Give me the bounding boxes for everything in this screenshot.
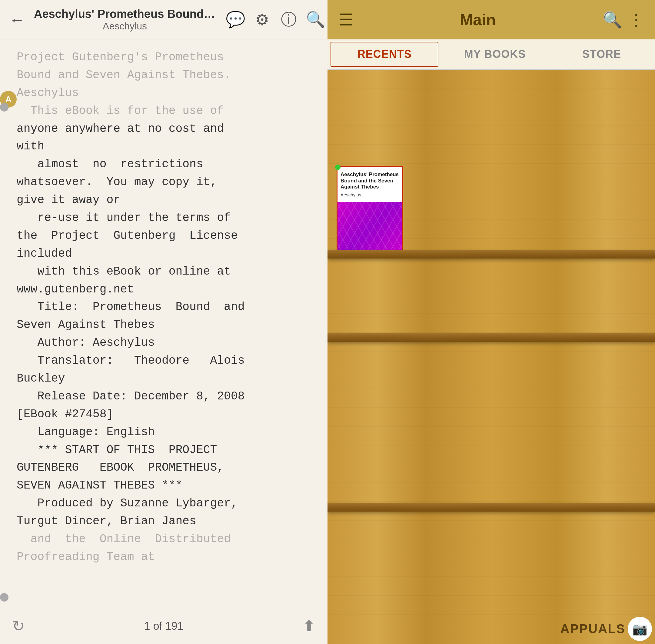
refresh-button[interactable]: ↻ — [12, 617, 25, 635]
shelf-area: Aeschylus' Prometheus Bound and the Seve… — [327, 70, 655, 644]
hamburger-menu[interactable]: ☰ — [338, 10, 353, 29]
shelf-panel: ☰ Main 🔍 ⋮ RECENTS MY BOOKS STORE Aeschy… — [327, 0, 655, 644]
book-cover-author: Aeschylus — [341, 192, 399, 197]
shelf-tabs: RECENTS MY BOOKS STORE — [327, 39, 655, 70]
book-item[interactable]: Aeschylus' Prometheus Bound and the Seve… — [336, 166, 403, 255]
search-button[interactable]: 🔍 — [603, 10, 622, 29]
more-options-button[interactable]: ⋮ — [628, 10, 644, 29]
progress-dot-bottom — [0, 593, 8, 602]
reader-right-icons: 💬 ⚙ ⓘ 🔍 🔖 — [225, 9, 327, 30]
shelf-title: Main — [359, 10, 596, 29]
book-cover-art: Project Gutenberg — [337, 202, 402, 256]
faded-text-bottom: and the Online Distributed Proofreading … — [17, 530, 315, 566]
tab-recents[interactable]: RECENTS — [330, 42, 438, 67]
book-content: Project Gutenberg's Prometheus Bound and… — [0, 39, 327, 607]
tab-my-books[interactable]: MY BOOKS — [441, 39, 548, 69]
tab-store[interactable]: STORE — [548, 39, 655, 69]
camera-icon: 📷 — [628, 617, 652, 641]
back-button[interactable]: ← — [9, 9, 25, 30]
shelf-board-2 — [327, 334, 655, 342]
book-title: Aeschylus' Prometheus Bound and... — [34, 7, 216, 21]
book-cover-title: Aeschylus' Prometheus Bound and the Seve… — [341, 171, 399, 190]
reader-panel: ← Aeschylus' Prometheus Bound and... Aes… — [0, 0, 327, 644]
progress-dot-top — [0, 103, 8, 112]
faded-text-top: Project Gutenberg's Prometheus Bound and… — [17, 48, 315, 120]
page-indicator: 1 of 191 — [144, 620, 183, 632]
search-icon[interactable]: 🔍 — [305, 9, 326, 30]
book-text-main: anyone anywhere at no cost and with almo… — [17, 120, 315, 530]
reader-bottombar: ↻ 1 of 191 ⬆ — [0, 607, 327, 644]
book-cover-header: Aeschylus' Prometheus Bound and the Seve… — [337, 167, 402, 202]
upload-button[interactable]: ⬆ — [303, 617, 315, 635]
info-icon[interactable]: ⓘ — [278, 9, 299, 30]
speech-icon[interactable]: 💬 — [225, 9, 246, 30]
shelf-board-3 — [327, 503, 655, 511]
shelf-board-1 — [327, 250, 655, 258]
watermark: APPUALS 📷 — [560, 617, 652, 641]
book-status-dot — [335, 165, 341, 170]
settings-icon[interactable]: ⚙ — [252, 9, 273, 30]
reader-title-block: Aeschylus' Prometheus Bound and... Aesch… — [34, 7, 216, 32]
reader-topbar: ← Aeschylus' Prometheus Bound and... Aes… — [0, 0, 327, 39]
shelf-topbar: ☰ Main 🔍 ⋮ — [327, 0, 655, 39]
watermark-text: APPUALS — [560, 622, 625, 636]
book-author: Aeschylus — [103, 21, 147, 32]
